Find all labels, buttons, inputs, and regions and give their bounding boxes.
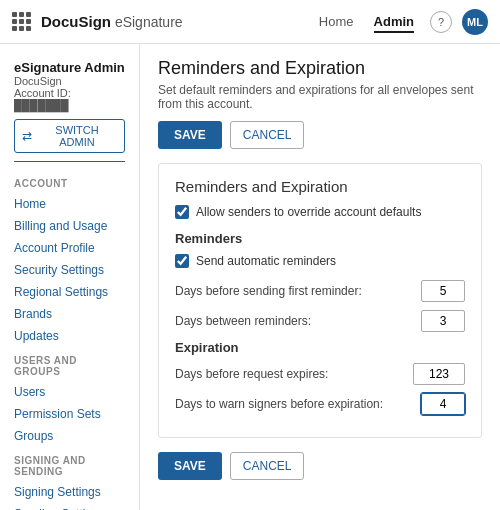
nav-icons: ? ML bbox=[430, 9, 488, 35]
logo: DocuSign eSignature bbox=[12, 12, 319, 31]
sidebar-section-signing: SIGNING AND SENDING bbox=[0, 447, 139, 481]
avatar[interactable]: ML bbox=[462, 9, 488, 35]
first-reminder-row: Days before sending first reminder: bbox=[175, 280, 465, 302]
sidebar-admin-title: eSignature Admin bbox=[14, 60, 125, 75]
auto-reminder-checkbox[interactable] bbox=[175, 254, 189, 268]
expiration-section: Expiration Days before request expires: … bbox=[175, 340, 465, 415]
switch-admin-button[interactable]: ⇄ SWITCH ADMIN bbox=[14, 119, 125, 153]
main-content: Reminders and Expiration Set default rem… bbox=[140, 44, 500, 510]
nav-links: Home Admin bbox=[319, 10, 414, 33]
save-button-top[interactable]: SAVE bbox=[158, 121, 222, 149]
grid-icon bbox=[12, 12, 31, 31]
first-reminder-label: Days before sending first reminder: bbox=[175, 284, 421, 298]
logo-docusign: DocuSign bbox=[41, 13, 111, 30]
sidebar-item-security[interactable]: Security Settings bbox=[0, 259, 139, 281]
sidebar-item-account-profile[interactable]: Account Profile bbox=[0, 237, 139, 259]
nav-admin[interactable]: Admin bbox=[374, 10, 414, 33]
nav-home[interactable]: Home bbox=[319, 10, 354, 33]
save-button-bottom[interactable]: SAVE bbox=[158, 452, 222, 480]
between-reminders-row: Days between reminders: bbox=[175, 310, 465, 332]
warn-signers-label: Days to warn signers before expiration: bbox=[175, 397, 421, 411]
sidebar-section-users: USERS AND GROUPS bbox=[0, 347, 139, 381]
auto-reminder-label: Send automatic reminders bbox=[196, 254, 336, 268]
bottom-btn-row: SAVE CANCEL bbox=[158, 452, 482, 480]
reminders-title: Reminders bbox=[175, 231, 465, 246]
expires-label: Days before request expires: bbox=[175, 367, 413, 381]
logo-esignature: eSignature bbox=[111, 14, 183, 30]
expires-input[interactable] bbox=[413, 363, 465, 385]
sidebar-item-home[interactable]: Home bbox=[0, 193, 139, 215]
override-label: Allow senders to override account defaul… bbox=[196, 205, 421, 219]
warn-signers-input[interactable] bbox=[421, 393, 465, 415]
cancel-button-top[interactable]: CANCEL bbox=[230, 121, 305, 149]
page-subtitle: Set default reminders and expirations fo… bbox=[158, 83, 482, 111]
switch-admin-label: SWITCH ADMIN bbox=[37, 124, 117, 148]
reminders-expiration-card: Reminders and Expiration Allow senders t… bbox=[158, 163, 482, 438]
expires-row: Days before request expires: bbox=[175, 363, 465, 385]
sidebar-item-signing-settings[interactable]: Signing Settings bbox=[0, 481, 139, 503]
top-nav: DocuSign eSignature Home Admin ? ML bbox=[0, 0, 500, 44]
sidebar-item-permission-sets[interactable]: Permission Sets bbox=[0, 403, 139, 425]
between-reminders-input[interactable] bbox=[421, 310, 465, 332]
logo-text: DocuSign eSignature bbox=[41, 13, 183, 30]
help-icon[interactable]: ? bbox=[430, 11, 452, 33]
switch-icon: ⇄ bbox=[22, 129, 32, 143]
warn-signers-row: Days to warn signers before expiration: bbox=[175, 393, 465, 415]
sidebar-item-updates[interactable]: Updates bbox=[0, 325, 139, 347]
auto-reminder-row: Send automatic reminders bbox=[175, 254, 465, 268]
sidebar-header: eSignature Admin DocuSign Account ID: ██… bbox=[0, 56, 139, 113]
sidebar-item-brands[interactable]: Brands bbox=[0, 303, 139, 325]
card-title: Reminders and Expiration bbox=[175, 178, 465, 195]
override-checkbox-row: Allow senders to override account defaul… bbox=[175, 205, 465, 219]
sidebar: eSignature Admin DocuSign Account ID: ██… bbox=[0, 44, 140, 510]
sidebar-divider bbox=[14, 161, 125, 162]
sidebar-item-users[interactable]: Users bbox=[0, 381, 139, 403]
override-checkbox[interactable] bbox=[175, 205, 189, 219]
top-btn-row: SAVE CANCEL bbox=[158, 121, 482, 149]
layout: eSignature Admin DocuSign Account ID: ██… bbox=[0, 44, 500, 510]
sidebar-admin-sub1: DocuSign bbox=[14, 75, 125, 87]
sidebar-item-sending-settings[interactable]: Sending Settings bbox=[0, 503, 139, 510]
sidebar-section-account: ACCOUNT bbox=[0, 170, 139, 193]
sidebar-item-billing[interactable]: Billing and Usage bbox=[0, 215, 139, 237]
sidebar-item-groups[interactable]: Groups bbox=[0, 425, 139, 447]
expiration-title: Expiration bbox=[175, 340, 465, 355]
sidebar-admin-sub2: Account ID: ███████ bbox=[14, 87, 125, 111]
cancel-button-bottom[interactable]: CANCEL bbox=[230, 452, 305, 480]
sidebar-item-regional[interactable]: Regional Settings bbox=[0, 281, 139, 303]
page-title: Reminders and Expiration bbox=[158, 58, 482, 79]
between-reminders-label: Days between reminders: bbox=[175, 314, 421, 328]
first-reminder-input[interactable] bbox=[421, 280, 465, 302]
